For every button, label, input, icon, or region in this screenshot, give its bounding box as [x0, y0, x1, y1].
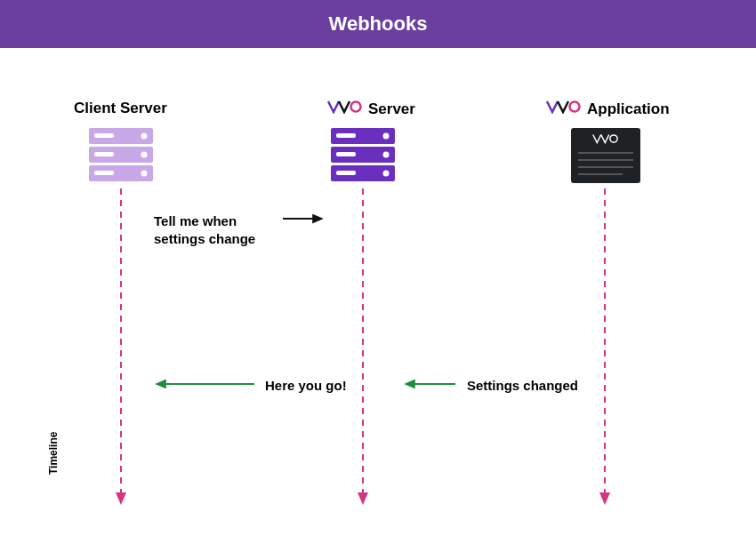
- diagram-canvas: Client Server Server Application Tell me…: [0, 48, 756, 550]
- svg-rect-14: [336, 133, 356, 138]
- svg-rect-5: [94, 133, 114, 138]
- svg-point-6: [141, 133, 148, 140]
- svg-rect-7: [94, 152, 114, 156]
- header-title: Webhooks: [329, 12, 428, 35]
- client-server-icon: [89, 128, 153, 181]
- header-bar: Webhooks: [0, 0, 756, 48]
- svg-rect-18: [336, 171, 356, 175]
- svg-point-10: [141, 171, 148, 177]
- svg-point-15: [383, 133, 390, 140]
- vwo-server-icon: [331, 128, 395, 181]
- svg-rect-9: [94, 171, 114, 175]
- svg-rect-16: [336, 152, 356, 156]
- svg-point-17: [383, 152, 390, 158]
- svg-point-8: [141, 152, 148, 158]
- svg-point-19: [383, 171, 390, 177]
- vwo-application-icon: [571, 128, 640, 183]
